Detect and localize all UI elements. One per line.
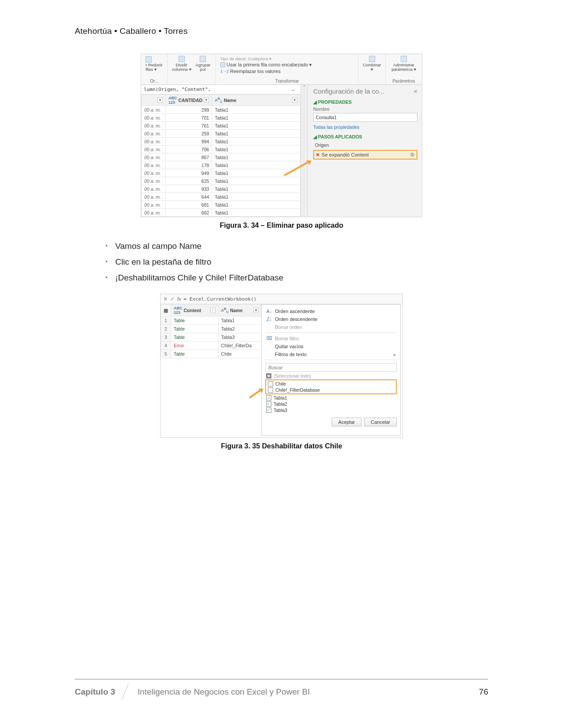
table-row[interactable]: 00 a. m.662Tabla1 <box>142 209 300 217</box>
clear-sort-label: Borrar orden <box>275 324 302 330</box>
ribbon-tipo-datos[interactable]: Tipo de datos: Cualquiera ▾ <box>220 56 354 62</box>
ribbon-reemplazar-label: Reemplazar los valores <box>230 69 281 74</box>
chk-chile-filterdb[interactable]: Chile!_FilterDatabase <box>267 387 395 393</box>
ribbon-dividir-label: Dividircolumna ▾ <box>172 63 191 72</box>
checkbox-checked-icon: ✓ <box>266 401 271 407</box>
callout-arrow <box>283 159 314 176</box>
cancel-formula-icon[interactable]: ✕ <box>163 296 168 302</box>
chk-chile-label: Chile <box>275 381 286 386</box>
chk-chile-filterdb-label: Chile!_FilterDatabase <box>275 387 320 393</box>
clear-filter-label: Borrar filtro <box>275 336 299 341</box>
table-row[interactable]: 3TableTabla3 <box>161 333 262 342</box>
ribbon-combinar[interactable] <box>369 56 375 62</box>
nombre-label: Nombre <box>313 106 417 112</box>
select-all-checkbox[interactable]: ■(Seleccionar todo) <box>265 373 397 379</box>
filter-search-input[interactable] <box>265 363 397 372</box>
col-time-filter-icon[interactable]: ▾ <box>157 98 163 103</box>
col-name-header-2: Name <box>230 308 243 313</box>
accept-formula-icon[interactable]: ✓ <box>170 296 175 302</box>
table-row[interactable]: 00 a. m.625Tabla1 <box>142 177 300 185</box>
ribbon-reemplazar[interactable]: 1→2Reemplazar los valores <box>220 68 354 74</box>
ribbon-dividir-columna[interactable] <box>179 56 185 62</box>
ribbon-administrar-parametros[interactable] <box>401 56 407 62</box>
chk-chile[interactable]: Chile <box>267 381 395 387</box>
checkbox-partial-icon: ■ <box>266 373 271 379</box>
query-name-input[interactable] <box>313 113 417 122</box>
select-all-label: (Seleccionar todo) <box>274 373 311 379</box>
col-cantidad-header: CANTIDAD <box>179 98 203 103</box>
ribbon-reducir-filas[interactable] <box>146 56 163 63</box>
filter-popup: A↓Orden ascendente Z↓Orden descendente B… <box>261 304 401 436</box>
page-footer: Capítulo 3 Inteligencia de Negocios con … <box>75 679 488 700</box>
type-icon-abc2: ABC <box>221 307 229 314</box>
footer-page-number: 76 <box>479 687 488 697</box>
table-row[interactable]: 1TableTabla1 <box>161 317 262 325</box>
step-origen[interactable]: Origen <box>313 141 417 149</box>
sort-asc-icon: A↓ <box>266 309 272 314</box>
table-row[interactable]: 00 a. m.761Tabla1 <box>142 122 300 130</box>
formula-bar-code[interactable]: = Excel.CurrentWorkbook() <box>184 296 257 302</box>
table-row[interactable]: 00 a. m.994Tabla1 <box>142 138 300 146</box>
remove-empty[interactable]: Quitar vacíos <box>265 342 397 350</box>
ribbon-agrupar-por[interactable] <box>200 56 206 62</box>
sort-desc-label: Orden descendente <box>275 317 318 322</box>
step-se-expandio-content[interactable]: ✕ Se expandió Content ⚙ <box>313 150 417 160</box>
row-index-header: ▦ <box>161 305 171 317</box>
sort-asc[interactable]: A↓Orden ascendente <box>265 307 397 315</box>
preview-table: ▾ ABC123CANTIDAD▾ ABCName▾ 00 a. m.299Ta… <box>141 95 300 217</box>
table-row[interactable]: 00 a. m.644Tabla1 <box>142 193 300 201</box>
chk-tabla3[interactable]: ✓Tabla3 <box>265 407 397 413</box>
bullet-2: Clic en la pestaña de filtro <box>106 254 488 270</box>
chk-tabla1[interactable]: ✓Tabla1 <box>265 395 397 401</box>
close-icon[interactable]: × <box>414 88 417 95</box>
type-icon-123: ABC123 <box>168 96 177 105</box>
chk-tabla1-label: Tabla1 <box>274 395 287 400</box>
table-row[interactable]: 4ErrorChile!_FilterDa <box>161 342 262 350</box>
accept-button[interactable]: Aceptar <box>332 418 362 426</box>
ribbon-group-or: Or... <box>141 79 167 84</box>
figure-3-34-screenshot: r Reducirfilas ▾ Or... Dividircolumna ▾ … <box>141 54 422 217</box>
table-row[interactable]: 00 a. m.178Tabla1 <box>142 161 300 169</box>
formula-bar-text[interactable]: lumn(Origen, "Content", <box>144 87 286 92</box>
ribbon-primera-fila-label: Usar la primera fila como encabezado ▾ <box>227 62 312 68</box>
table-row[interactable]: 00 a. m.933Tabla1 <box>142 185 300 193</box>
col-name-filter-icon[interactable]: ▾ <box>292 98 297 103</box>
table-row[interactable]: 00 a. m.949Tabla1 <box>142 169 300 177</box>
all-properties-link[interactable]: Todas las propiedades <box>313 124 417 130</box>
sort-desc-icon: Z↓ <box>266 317 272 322</box>
chk-tabla2[interactable]: ✓Tabla2 <box>265 401 397 407</box>
figure-3-35-caption: Figura 3. 35 Deshabilitar datos Chile <box>75 442 488 450</box>
callout-arrow-2 <box>249 387 266 399</box>
table-row[interactable]: 5TableChile <box>161 350 262 358</box>
table-row[interactable]: 00 a. m.867Tabla1 <box>142 153 300 161</box>
ribbon-agrupar-label: Agruparpor <box>196 63 211 72</box>
table-row[interactable]: 00 a. m.706Tabla1 <box>142 146 300 153</box>
delete-step-icon[interactable]: ✕ <box>316 152 320 158</box>
table-row[interactable]: 2TableTabla2 <box>161 325 262 333</box>
type-icon-abc123: ABC123 <box>174 306 183 315</box>
chk-tabla3-label: Tabla3 <box>274 408 287 413</box>
content-expand-icon[interactable]: ↕ <box>210 308 216 313</box>
col-name-header: Name <box>224 98 237 103</box>
ribbon-administrar-label: Administrarparámetros ▾ <box>390 63 417 72</box>
footer-title: Inteligencia de Negocios con Excel y Pow… <box>138 687 310 697</box>
table-row[interactable]: 00 a. m.299Tabla1 <box>142 106 300 114</box>
gear-icon[interactable]: ⚙ <box>410 152 415 158</box>
table-row[interactable]: 00 a. m.259Tabla1 <box>142 130 300 138</box>
sort-desc[interactable]: Z↓Orden descendente <box>265 315 397 323</box>
ribbon-primera-fila[interactable]: Usar la primera fila como encabezado ▾ <box>220 62 354 68</box>
source-table: ▦ ABC123Content↕ ABCName▾ 1TableTabla12T… <box>161 304 262 358</box>
formula-dropdown-icon[interactable]: ⌄ <box>288 87 298 92</box>
table-row[interactable]: 00 a. m.681Tabla1 <box>142 201 300 209</box>
col-cantidad-filter-icon[interactable]: ▾ <box>204 98 209 103</box>
checkbox-empty-icon <box>268 387 273 393</box>
ribbon-group-parametros: Parámetros <box>386 79 422 84</box>
text-filters[interactable]: Filtros de texto▸ <box>265 350 397 358</box>
scrollbar[interactable]: ˄ <box>300 85 307 217</box>
chk-tabla2-label: Tabla2 <box>274 401 287 407</box>
name-filter-icon[interactable]: ▾ <box>253 308 259 313</box>
cancel-button[interactable]: Cancelar <box>364 418 397 426</box>
fx-icon[interactable]: fx <box>177 296 181 302</box>
type-icon-abc: ABC <box>215 97 222 104</box>
table-row[interactable]: 00 a. m.701Tabla1 <box>142 114 300 122</box>
